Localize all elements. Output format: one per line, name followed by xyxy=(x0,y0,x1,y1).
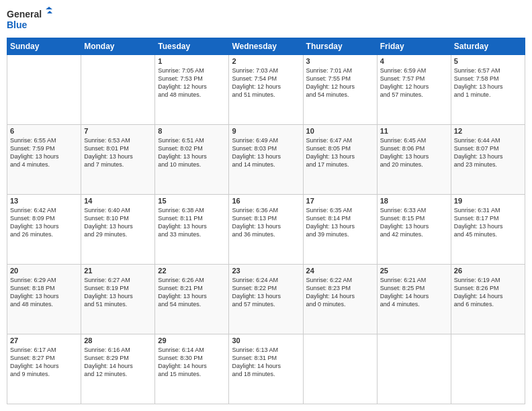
calendar-week-5: 27Sunrise: 6:17 AM Sunset: 8:27 PM Dayli… xyxy=(7,334,525,404)
calendar-cell xyxy=(451,334,525,404)
calendar-cell: 7Sunrise: 6:53 AM Sunset: 8:01 PM Daylig… xyxy=(81,125,155,195)
day-number: 23 xyxy=(232,267,300,275)
calendar-cell: 6Sunrise: 6:55 AM Sunset: 7:59 PM Daylig… xyxy=(7,125,81,195)
calendar-cell: 28Sunrise: 6:16 AM Sunset: 8:29 PM Dayli… xyxy=(81,334,155,404)
day-number: 16 xyxy=(232,197,300,205)
day-number: 2 xyxy=(232,57,300,65)
day-info: Sunrise: 6:13 AM Sunset: 8:31 PM Dayligh… xyxy=(232,346,300,379)
day-info: Sunrise: 6:29 AM Sunset: 8:18 PM Dayligh… xyxy=(10,276,78,309)
calendar-cell: 8Sunrise: 6:51 AM Sunset: 8:02 PM Daylig… xyxy=(155,125,229,195)
calendar-week-4: 20Sunrise: 6:29 AM Sunset: 8:18 PM Dayli… xyxy=(7,265,525,334)
calendar-cell: 17Sunrise: 6:35 AM Sunset: 8:14 PM Dayli… xyxy=(303,195,377,265)
weekday-header-wednesday: Wednesday xyxy=(229,38,303,55)
day-number: 18 xyxy=(380,197,448,205)
svg-text:General: General xyxy=(7,9,42,19)
day-info: Sunrise: 6:36 AM Sunset: 8:13 PM Dayligh… xyxy=(232,206,300,239)
day-number: 1 xyxy=(158,57,226,65)
day-number: 15 xyxy=(158,197,226,205)
svg-marker-3 xyxy=(47,11,52,13)
svg-text:Blue: Blue xyxy=(7,19,28,30)
calendar-cell: 16Sunrise: 6:36 AM Sunset: 8:13 PM Dayli… xyxy=(229,195,303,265)
day-number: 24 xyxy=(306,267,374,275)
day-number: 14 xyxy=(84,197,152,205)
day-number: 6 xyxy=(10,127,78,135)
day-number: 25 xyxy=(380,267,448,275)
day-number: 20 xyxy=(10,267,78,275)
day-info: Sunrise: 6:47 AM Sunset: 8:05 PM Dayligh… xyxy=(306,136,374,169)
day-number: 28 xyxy=(84,336,152,345)
calendar-cell: 11Sunrise: 6:45 AM Sunset: 8:06 PM Dayli… xyxy=(377,125,451,195)
day-info: Sunrise: 6:45 AM Sunset: 8:06 PM Dayligh… xyxy=(380,136,448,169)
calendar-cell: 15Sunrise: 6:38 AM Sunset: 8:11 PM Dayli… xyxy=(155,195,229,265)
day-info: Sunrise: 6:14 AM Sunset: 8:30 PM Dayligh… xyxy=(158,346,226,379)
day-info: Sunrise: 6:19 AM Sunset: 8:26 PM Dayligh… xyxy=(454,276,522,309)
calendar-week-3: 13Sunrise: 6:42 AM Sunset: 8:09 PM Dayli… xyxy=(7,195,525,265)
logo: General Blue xyxy=(7,7,54,32)
calendar-cell: 26Sunrise: 6:19 AM Sunset: 8:26 PM Dayli… xyxy=(451,265,525,334)
calendar-cell: 2Sunrise: 7:03 AM Sunset: 7:54 PM Daylig… xyxy=(229,55,303,125)
day-number: 22 xyxy=(158,267,226,275)
day-info: Sunrise: 6:49 AM Sunset: 8:03 PM Dayligh… xyxy=(232,136,300,169)
calendar-cell xyxy=(303,334,377,404)
calendar-cell: 25Sunrise: 6:21 AM Sunset: 8:25 PM Dayli… xyxy=(377,265,451,334)
day-number: 21 xyxy=(84,267,152,275)
calendar-week-2: 6Sunrise: 6:55 AM Sunset: 7:59 PM Daylig… xyxy=(7,125,525,195)
day-number: 29 xyxy=(158,336,226,345)
calendar-cell xyxy=(377,334,451,404)
day-number: 8 xyxy=(158,127,226,135)
day-info: Sunrise: 6:33 AM Sunset: 8:15 PM Dayligh… xyxy=(380,206,448,239)
day-info: Sunrise: 6:59 AM Sunset: 7:57 PM Dayligh… xyxy=(380,66,448,99)
day-number: 13 xyxy=(10,197,78,205)
day-info: Sunrise: 6:21 AM Sunset: 8:25 PM Dayligh… xyxy=(380,276,448,309)
day-number: 17 xyxy=(306,197,374,205)
calendar-cell xyxy=(81,55,155,125)
weekday-header-row: SundayMondayTuesdayWednesdayThursdayFrid… xyxy=(7,38,525,55)
day-info: Sunrise: 7:01 AM Sunset: 7:55 PM Dayligh… xyxy=(306,66,374,99)
day-info: Sunrise: 6:57 AM Sunset: 7:58 PM Dayligh… xyxy=(454,66,522,99)
day-number: 19 xyxy=(454,197,522,205)
calendar-cell: 9Sunrise: 6:49 AM Sunset: 8:03 PM Daylig… xyxy=(229,125,303,195)
day-info: Sunrise: 6:55 AM Sunset: 7:59 PM Dayligh… xyxy=(10,136,78,169)
day-number: 27 xyxy=(10,336,78,345)
calendar-cell: 27Sunrise: 6:17 AM Sunset: 8:27 PM Dayli… xyxy=(7,334,81,404)
calendar-cell xyxy=(7,55,81,125)
calendar-cell: 24Sunrise: 6:22 AM Sunset: 8:23 PM Dayli… xyxy=(303,265,377,334)
day-info: Sunrise: 6:35 AM Sunset: 8:14 PM Dayligh… xyxy=(306,206,374,239)
day-info: Sunrise: 6:42 AM Sunset: 8:09 PM Dayligh… xyxy=(10,206,78,239)
calendar-cell: 22Sunrise: 6:26 AM Sunset: 8:21 PM Dayli… xyxy=(155,265,229,334)
calendar-cell: 3Sunrise: 7:01 AM Sunset: 7:55 PM Daylig… xyxy=(303,55,377,125)
day-info: Sunrise: 7:05 AM Sunset: 7:53 PM Dayligh… xyxy=(158,66,226,99)
weekday-header-sunday: Sunday xyxy=(7,38,81,55)
day-info: Sunrise: 6:27 AM Sunset: 8:19 PM Dayligh… xyxy=(84,276,152,309)
weekday-header-friday: Friday xyxy=(377,38,451,55)
header: General Blue xyxy=(7,7,525,32)
calendar-cell: 1Sunrise: 7:05 AM Sunset: 7:53 PM Daylig… xyxy=(155,55,229,125)
day-number: 9 xyxy=(232,127,300,135)
weekday-header-tuesday: Tuesday xyxy=(155,38,229,55)
day-info: Sunrise: 6:38 AM Sunset: 8:11 PM Dayligh… xyxy=(158,206,226,239)
calendar-cell: 5Sunrise: 6:57 AM Sunset: 7:58 PM Daylig… xyxy=(451,55,525,125)
calendar-cell: 19Sunrise: 6:31 AM Sunset: 8:17 PM Dayli… xyxy=(451,195,525,265)
calendar-cell: 13Sunrise: 6:42 AM Sunset: 8:09 PM Dayli… xyxy=(7,195,81,265)
svg-marker-2 xyxy=(46,7,52,9)
day-info: Sunrise: 6:44 AM Sunset: 8:07 PM Dayligh… xyxy=(454,136,522,169)
calendar-cell: 23Sunrise: 6:24 AM Sunset: 8:22 PM Dayli… xyxy=(229,265,303,334)
day-info: Sunrise: 6:24 AM Sunset: 8:22 PM Dayligh… xyxy=(232,276,300,309)
calendar-week-1: 1Sunrise: 7:05 AM Sunset: 7:53 PM Daylig… xyxy=(7,55,525,125)
weekday-header-saturday: Saturday xyxy=(451,38,525,55)
calendar-cell: 30Sunrise: 6:13 AM Sunset: 8:31 PM Dayli… xyxy=(229,334,303,404)
day-number: 12 xyxy=(454,127,522,135)
day-info: Sunrise: 7:03 AM Sunset: 7:54 PM Dayligh… xyxy=(232,66,300,99)
day-info: Sunrise: 6:22 AM Sunset: 8:23 PM Dayligh… xyxy=(306,276,374,309)
day-info: Sunrise: 6:40 AM Sunset: 8:10 PM Dayligh… xyxy=(84,206,152,239)
calendar-cell: 21Sunrise: 6:27 AM Sunset: 8:19 PM Dayli… xyxy=(81,265,155,334)
day-number: 30 xyxy=(232,336,300,345)
calendar-table: SundayMondayTuesdayWednesdayThursdayFrid… xyxy=(7,38,525,404)
weekday-header-monday: Monday xyxy=(81,38,155,55)
day-info: Sunrise: 6:31 AM Sunset: 8:17 PM Dayligh… xyxy=(454,206,522,239)
logo-svg: General Blue xyxy=(7,7,54,32)
day-number: 11 xyxy=(380,127,448,135)
day-info: Sunrise: 6:17 AM Sunset: 8:27 PM Dayligh… xyxy=(10,346,78,379)
day-info: Sunrise: 6:16 AM Sunset: 8:29 PM Dayligh… xyxy=(84,346,152,379)
calendar-cell: 29Sunrise: 6:14 AM Sunset: 8:30 PM Dayli… xyxy=(155,334,229,404)
